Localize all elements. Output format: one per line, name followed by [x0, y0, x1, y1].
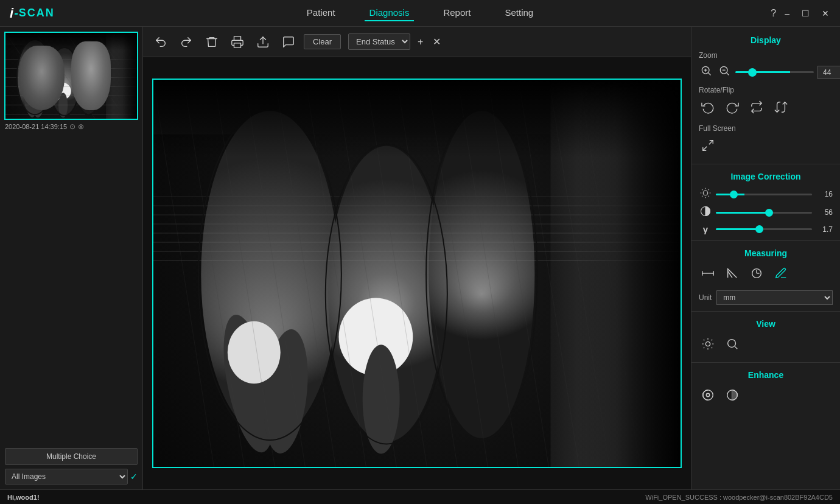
- svg-line-34: [704, 348, 704, 348]
- minimize-button[interactable]: –: [781, 7, 793, 19]
- unit-label: Unit: [699, 293, 712, 302]
- image-area: ⧉ ✕: [143, 57, 691, 489]
- unit-row: Unit mm cm in: [691, 288, 840, 307]
- close-button[interactable]: ✕: [818, 7, 833, 19]
- toolbar: Clear End Status Normal Abnormal + ✕: [143, 27, 691, 57]
- export-button[interactable]: [253, 33, 273, 51]
- status-add-button[interactable]: +: [415, 35, 425, 49]
- wifi-status: WiFi_OPEN_SUCCESS : woodpecker@i-scan802…: [645, 494, 833, 501]
- logo-scan: SCAN: [19, 7, 55, 19]
- tab-report[interactable]: Report: [438, 5, 475, 21]
- undo-button[interactable]: [150, 33, 171, 51]
- info-icon[interactable]: ⊗: [78, 122, 84, 131]
- zoom-label: Zoom: [691, 49, 840, 61]
- svg-line-37: [735, 346, 737, 349]
- rotate-cw-button[interactable]: [723, 98, 741, 119]
- tab-diagnosis[interactable]: Diagnosis: [365, 5, 415, 21]
- help-button[interactable]: ?: [771, 8, 776, 19]
- svg-line-15: [709, 196, 709, 197]
- center-panel: Clear End Status Normal Abnormal + ✕ ⧉ ✕: [143, 27, 691, 489]
- measure-angle-button[interactable]: [723, 264, 741, 285]
- tab-setting[interactable]: Setting: [500, 5, 538, 21]
- measure-tool-active-button[interactable]: [772, 264, 790, 285]
- flip-v-button[interactable]: [772, 98, 790, 119]
- zoom-out-icon: [718, 65, 730, 77]
- image-frame: ⧉ ✕: [152, 79, 682, 468]
- view-search-button[interactable]: [723, 335, 741, 356]
- comment-button[interactable]: [278, 33, 299, 51]
- unit-select[interactable]: mm cm in: [716, 290, 833, 305]
- enhance-color-button[interactable]: [699, 386, 717, 407]
- gamma-slider[interactable]: [716, 228, 812, 230]
- flip-h-button[interactable]: [747, 98, 766, 119]
- view-title: View: [691, 315, 840, 332]
- flip-h-icon: [750, 100, 763, 114]
- main-area: 2020-08-21 14:39:15 ⊙ ⊗ Multiple Choice …: [0, 27, 840, 489]
- logo-i: i: [10, 5, 14, 21]
- print-button[interactable]: [227, 33, 248, 51]
- status-close-button[interactable]: ✕: [430, 35, 443, 49]
- contrast-slider[interactable]: [716, 212, 812, 214]
- left-bottom: Multiple Choice All Images Current Image…: [0, 443, 142, 489]
- contrast-row: 56: [691, 203, 840, 222]
- zoom-in-button[interactable]: [699, 63, 713, 81]
- status-dropdown[interactable]: End Status Normal Abnormal: [348, 33, 410, 50]
- print-icon: [231, 35, 244, 49]
- tab-patient[interactable]: Patient: [302, 5, 340, 21]
- xray-canvas: [153, 80, 681, 467]
- status-user: Hi,wood1!: [7, 494, 40, 501]
- zoom-out-button[interactable]: [717, 63, 732, 81]
- measure-angle-icon: [726, 267, 739, 280]
- contrast-icon: [699, 206, 712, 219]
- app-logo: i - SCAN: [0, 5, 110, 21]
- view-brightness-button[interactable]: [699, 335, 717, 356]
- check-icon: ✓: [130, 472, 138, 481]
- image-metadata: 2020-08-21 14:39:15 ⊙ ⊗: [0, 120, 142, 133]
- svg-rect-0: [234, 43, 241, 47]
- measure-distance-button[interactable]: [699, 264, 717, 285]
- brightness-slider[interactable]: [716, 194, 812, 195]
- divider-1: [691, 164, 840, 164]
- nav-tabs: Patient Diagnosis Report Setting: [110, 5, 730, 21]
- full-screen-label: Full Screen: [691, 122, 840, 134]
- svg-point-27: [705, 341, 710, 346]
- sync-icon[interactable]: ⊙: [69, 122, 75, 131]
- svg-line-5: [709, 73, 711, 75]
- zoom-in-icon: [700, 65, 712, 77]
- zoom-slider[interactable]: [735, 71, 814, 73]
- multiple-choice-button[interactable]: Multiple Choice: [5, 448, 138, 465]
- window-controls: ? – ☐ ✕: [730, 7, 840, 19]
- status-spacer: WiFi_OPEN_SUCCESS : woodpecker@i-scan802…: [42, 494, 833, 501]
- status-bar: Hi,wood1! WiFi_OPEN_SUCCESS : woodpecker…: [0, 489, 840, 504]
- image-thumbnail[interactable]: [4, 32, 138, 120]
- brightness-icon: [699, 187, 712, 201]
- right-panel: Display Zoom 44 5075100125150 Rotate/Fli…: [691, 27, 840, 489]
- redo-button[interactable]: [176, 33, 197, 51]
- enhance-color-icon: [701, 388, 715, 402]
- svg-line-19: [709, 189, 709, 190]
- view-search-icon: [726, 337, 739, 351]
- enhance-contrast-button[interactable]: [723, 386, 741, 407]
- svg-point-11: [703, 191, 708, 195]
- contrast-value: 56: [816, 208, 833, 217]
- measure-distance-icon: [701, 267, 715, 280]
- svg-line-8: [727, 73, 729, 75]
- top-nav: i - SCAN Patient Diagnosis Report Settin…: [0, 0, 840, 27]
- rotate-flip-label: Rotate/Flip: [691, 83, 840, 96]
- image-date: 2020-08-21 14:39:15: [5, 123, 67, 130]
- fullscreen-button[interactable]: [699, 136, 717, 158]
- zoom-controls: 44 5075100125150: [691, 61, 840, 83]
- divider-4: [691, 362, 840, 363]
- delete-icon: [205, 35, 219, 49]
- measuring-title: Measuring: [691, 245, 840, 262]
- enhance-controls: [691, 383, 840, 410]
- measure-area-button[interactable]: [747, 264, 766, 285]
- measure-area-icon: [750, 267, 763, 280]
- images-select[interactable]: All Images Current Image: [5, 469, 128, 485]
- zoom-value-select[interactable]: 44 5075100125150: [817, 66, 840, 79]
- clear-button[interactable]: Clear: [304, 34, 341, 49]
- delete-button[interactable]: [201, 33, 222, 51]
- svg-line-9: [709, 141, 713, 144]
- restore-button[interactable]: ☐: [798, 7, 813, 19]
- rotate-ccw-button[interactable]: [699, 98, 717, 119]
